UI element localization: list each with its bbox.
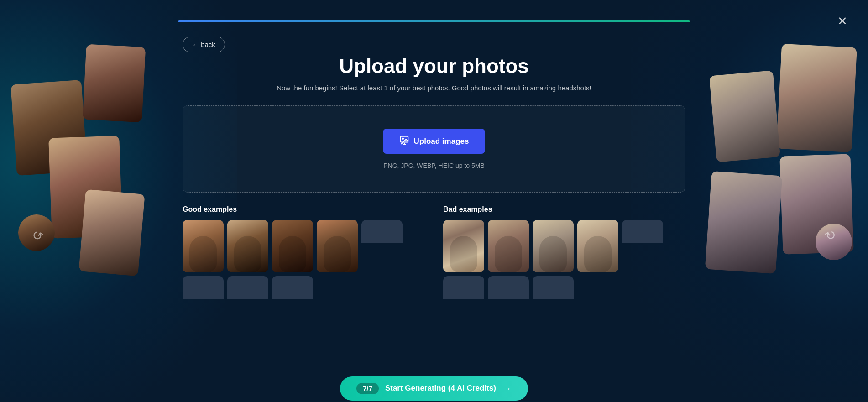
deco-photo-left-5 [78, 189, 145, 277]
deco-photo-left-2 [83, 44, 146, 123]
bad-example-4 [577, 220, 618, 272]
credits-badge: 7/7 [356, 383, 379, 394]
bad-example-5-partial [622, 220, 663, 243]
bad-example-8-partial [533, 276, 574, 299]
deco-photo-left-4 [18, 214, 55, 251]
svg-point-1 [402, 138, 403, 139]
upload-button-label: Upload images [414, 137, 469, 146]
good-example-5-partial [361, 220, 403, 243]
decorative-photos-left: ↺ [9, 46, 173, 301]
start-generating-label: Start Generating (4 AI Credits) [385, 384, 496, 393]
progress-bar-fill [178, 20, 690, 22]
bottom-bar: 7/7 Start Generating (4 AI Credits) → [0, 375, 868, 402]
main-content: Upload your photos Now the fun begins! S… [183, 27, 685, 299]
bad-example-2 [488, 220, 529, 272]
deco-photo-right-3 [779, 154, 853, 254]
bad-examples-column: Bad examples [443, 205, 685, 299]
bad-example-6-partial [443, 276, 484, 299]
arrow-decoration-left: ↺ [29, 226, 45, 245]
page-subtitle: Now the fun begins! Select at least 1 of… [277, 84, 591, 92]
good-examples-column: Good examples [183, 205, 425, 299]
bad-example-1 [443, 220, 484, 272]
good-example-3 [272, 220, 313, 272]
good-example-7-partial [227, 276, 268, 299]
good-examples-grid [183, 220, 425, 299]
upload-images-button[interactable]: Upload images [383, 129, 486, 154]
deco-photo-right-2 [709, 70, 780, 162]
progress-bar-container [178, 20, 690, 22]
bad-example-7-partial [488, 276, 529, 299]
good-example-1 [183, 220, 224, 272]
good-examples-label: Good examples [183, 205, 425, 214]
good-example-8-partial [272, 276, 313, 299]
arrow-decoration-right: ↻ [822, 226, 839, 245]
good-example-2 [227, 220, 268, 272]
arrow-right-icon: → [502, 383, 512, 394]
image-upload-icon [399, 135, 409, 147]
deco-photo-left-1 [10, 80, 88, 176]
deco-photo-right-5 [816, 224, 852, 260]
bad-examples-label: Bad examples [443, 205, 685, 214]
start-generating-button[interactable]: 7/7 Start Generating (4 AI Credits) → [340, 376, 528, 401]
good-example-6-partial [183, 276, 224, 299]
close-button[interactable]: ✕ [834, 13, 851, 29]
page-title: Upload your photos [339, 55, 529, 78]
deco-photo-right-1 [776, 44, 857, 152]
upload-drop-zone[interactable]: Upload images PNG, JPG, WEBP, HEIC up to… [183, 105, 685, 193]
examples-section: Good examples [183, 205, 685, 299]
deco-photo-left-3 [48, 136, 123, 238]
bad-example-3 [533, 220, 574, 272]
good-example-4 [317, 220, 358, 272]
deco-photo-right-4 [705, 171, 783, 274]
decorative-photos-right: ↻ [695, 46, 859, 301]
bad-examples-grid [443, 220, 685, 299]
upload-hint: PNG, JPG, WEBP, HEIC up to 5MB [383, 162, 484, 169]
